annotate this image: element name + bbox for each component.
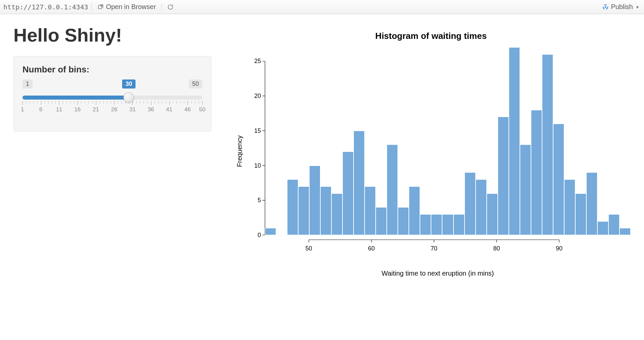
histogram-bar — [608, 214, 620, 235]
histogram-bar — [420, 214, 431, 235]
histogram-bar — [342, 152, 354, 235]
y-tick-label: 15 — [254, 127, 261, 134]
slider-tick — [166, 101, 166, 104]
histogram-bar — [465, 172, 476, 235]
y-tick-label: 0 — [258, 232, 261, 239]
histogram-bar — [298, 186, 309, 235]
sidebar-panel: Number of bins: 1 50 30 1611162126313641… — [13, 56, 211, 131]
y-tick-label: 20 — [254, 93, 261, 100]
slider-tick — [89, 101, 89, 104]
x-axis-label: Waiting time to next eruption (in mins) — [382, 270, 494, 277]
slider-tick-label: 6 — [39, 106, 42, 113]
slider-tick-label: 46 — [184, 106, 191, 113]
histogram-bar — [520, 145, 531, 235]
histogram-plot: Frequency Waiting time to next eruption … — [245, 47, 631, 255]
x-tick-label: 80 — [493, 245, 500, 252]
slider-tick — [158, 101, 159, 104]
histogram-bar — [509, 47, 520, 235]
app-container: Hello Shiny! Number of bins: 1 50 30 161… — [0, 14, 644, 265]
slider-tick — [74, 101, 74, 104]
slider-tick — [132, 101, 133, 105]
histogram-bar — [354, 131, 365, 235]
histogram-bar — [320, 186, 331, 235]
toolbar-divider — [161, 3, 162, 11]
histogram-bar — [476, 179, 487, 235]
slider-tick — [136, 101, 137, 104]
open-in-browser-button[interactable]: Open in Browser — [95, 2, 158, 11]
histogram-bar — [498, 117, 509, 235]
slider-tick — [187, 101, 188, 105]
slider-tick-label: 41 — [166, 106, 172, 113]
slider-tick — [151, 101, 151, 105]
histogram-bar — [597, 221, 608, 235]
y-tick-label: 10 — [254, 162, 261, 169]
slider-tick-label: 50 — [199, 106, 206, 113]
reload-button[interactable] — [165, 3, 176, 11]
histogram-bar — [387, 145, 398, 235]
slider-tick — [121, 101, 122, 104]
histogram-bar — [575, 193, 586, 235]
slider-tick — [118, 101, 118, 104]
slider-tick — [103, 101, 104, 104]
slider-tick — [155, 101, 155, 104]
slider-tick — [96, 101, 96, 105]
slider-tick — [85, 101, 85, 104]
popout-icon — [97, 4, 104, 10]
slider-tick — [129, 101, 129, 104]
slider-tick — [111, 101, 111, 104]
slider-tick — [30, 101, 30, 104]
slider-fill — [22, 96, 129, 100]
histogram-bar — [487, 193, 498, 235]
y-axis-label: Frequency — [236, 135, 244, 167]
histogram-bar — [365, 186, 376, 235]
histogram-bar — [553, 124, 564, 235]
reload-icon — [167, 4, 174, 10]
slider-tick — [37, 101, 38, 104]
slider-tick — [34, 101, 34, 104]
chevron-down-icon: ▾ — [636, 4, 639, 10]
publish-button[interactable]: Publish ▾ — [600, 2, 641, 11]
slider-tick-label: 36 — [148, 106, 154, 113]
histogram-bar — [531, 110, 542, 235]
bins-slider[interactable]: 1 50 30 16111621263136414650 — [22, 79, 202, 120]
slider-tick — [41, 101, 41, 105]
histogram-bar — [431, 214, 442, 235]
slider-tick-label: 21 — [93, 106, 99, 113]
slider-tick — [125, 101, 125, 104]
slider-tick — [92, 101, 93, 104]
histogram-bar — [409, 186, 420, 235]
slider-tick — [45, 101, 45, 104]
slider-tick — [70, 101, 70, 104]
histogram-bar — [620, 228, 631, 235]
slider-tick — [22, 101, 23, 105]
slider-tick — [202, 101, 203, 105]
slider-tick — [59, 101, 59, 105]
histogram-bar — [376, 207, 387, 235]
slider-tick — [55, 101, 56, 104]
slider-tick — [191, 101, 192, 104]
publish-label: Publish — [611, 3, 633, 11]
slider-tick-label: 16 — [74, 106, 81, 113]
y-tick-label: 5 — [258, 197, 261, 204]
slider-tick — [144, 101, 144, 104]
slider-tick — [48, 101, 49, 104]
slider-tick — [147, 101, 148, 104]
histogram-bar — [265, 228, 276, 235]
svg-point-2 — [605, 6, 606, 8]
slider-tick — [180, 101, 180, 104]
slider-value-badge: 30 — [122, 79, 136, 89]
x-tick-label: 90 — [556, 245, 562, 252]
slider-tick — [173, 101, 173, 104]
histogram-bar — [398, 207, 409, 235]
slider-tick — [66, 101, 67, 104]
slider-tick-label: 11 — [56, 106, 62, 113]
slider-tick — [140, 101, 140, 104]
url-display[interactable]: http://127.0.0.1:4343 — [3, 3, 92, 11]
x-tick-label: 70 — [431, 245, 437, 252]
histogram-bar — [453, 214, 465, 235]
slider-max-badge: 50 — [189, 79, 202, 89]
slider-tick — [100, 101, 100, 104]
svg-rect-0 — [98, 5, 102, 9]
slider-tick — [77, 101, 78, 105]
slider-tick — [162, 101, 162, 104]
